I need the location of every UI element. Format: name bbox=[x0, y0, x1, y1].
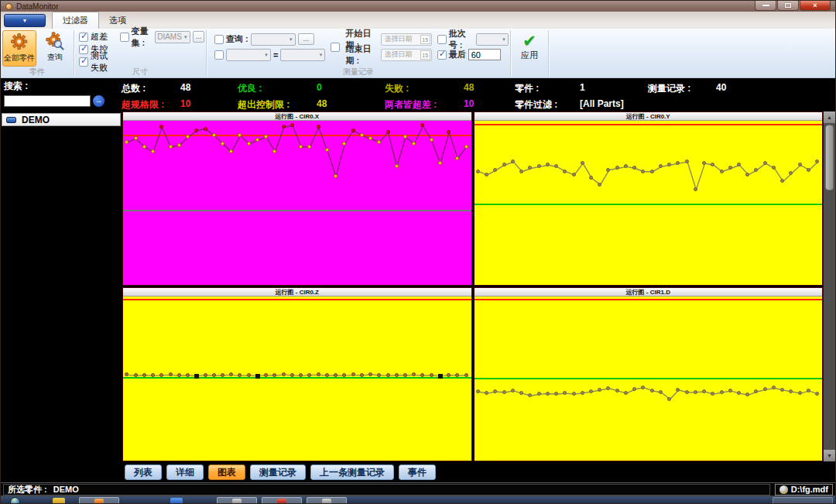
minimize-button[interactable] bbox=[755, 1, 776, 11]
data-point bbox=[447, 373, 451, 377]
tab-chart[interactable]: 图表 bbox=[208, 465, 245, 480]
taskbar-icon[interactable] bbox=[53, 498, 65, 504]
run-chart-cir0y[interactable]: 运行图 - CIR0.Y bbox=[474, 111, 824, 286]
run-chart-polyline bbox=[475, 121, 823, 285]
stat-partfilter-label: 零件过滤 : bbox=[515, 98, 577, 111]
taskbar-app-button[interactable] bbox=[307, 497, 347, 504]
checkbox-last-n[interactable] bbox=[437, 50, 447, 60]
gears-icon bbox=[10, 33, 29, 51]
stat-overspec-label: 超规格限 : bbox=[122, 98, 177, 111]
data-point bbox=[395, 373, 399, 377]
checkbox-out-of-control[interactable] bbox=[79, 45, 88, 54]
data-point bbox=[502, 390, 506, 394]
stat-parts-value: 1 bbox=[580, 82, 585, 95]
checkbox-variable-set[interactable] bbox=[120, 33, 129, 42]
data-point bbox=[325, 373, 329, 377]
chart-plot-area[interactable] bbox=[475, 121, 823, 285]
tab-detail[interactable]: 详细 bbox=[166, 465, 204, 480]
data-point bbox=[177, 143, 181, 147]
last-n-input[interactable]: 60 bbox=[468, 49, 501, 60]
tab-events[interactable]: 事件 bbox=[399, 465, 436, 480]
field-dropdown[interactable]: ▼ bbox=[226, 49, 271, 61]
app-window: DataMonitor × ▼ 过滤器 选项 bbox=[0, 0, 836, 504]
chevron-down-icon: ▼ bbox=[22, 18, 28, 23]
checkbox-query[interactable] bbox=[214, 35, 224, 44]
data-point bbox=[317, 372, 320, 376]
checkbox-field-filter[interactable] bbox=[214, 50, 224, 60]
checkbox-date-range[interactable] bbox=[331, 43, 340, 52]
windows-taskbar bbox=[1, 496, 835, 504]
label-last-n: 最后 bbox=[449, 49, 466, 60]
scrollbar-thumb[interactable] bbox=[825, 125, 834, 190]
checkbox-out-of-tolerance[interactable] bbox=[79, 33, 88, 42]
end-date-input[interactable]: 选择日期15 bbox=[381, 49, 431, 61]
data-point bbox=[476, 170, 480, 173]
part-list-item-demo[interactable]: DEMO bbox=[2, 113, 121, 126]
taskbar-app-button[interactable] bbox=[79, 497, 119, 504]
stat-overcontrol-label: 超出控制限 : bbox=[238, 98, 314, 111]
data-point bbox=[204, 127, 207, 131]
data-point bbox=[325, 148, 329, 152]
value-dropdown[interactable]: ▼ bbox=[280, 49, 325, 61]
taskbar-app-button[interactable] bbox=[217, 497, 257, 504]
tab-previous-measurement-record[interactable]: 上一条测量记录 bbox=[310, 465, 394, 480]
query-dropdown[interactable]: ▼ bbox=[251, 33, 296, 46]
chart-plot-area[interactable] bbox=[475, 297, 823, 461]
label-out-of-tolerance: 超差 bbox=[91, 31, 108, 43]
start-button[interactable] bbox=[10, 497, 20, 504]
search-go-icon[interactable]: → bbox=[93, 95, 104, 107]
search-input[interactable] bbox=[4, 95, 91, 107]
chart-plot-area[interactable] bbox=[123, 297, 471, 461]
checkbox-batch-number[interactable] bbox=[437, 35, 447, 44]
chevron-down-icon: ▼ bbox=[500, 37, 506, 42]
variable-set-more-button[interactable]: ... bbox=[193, 31, 204, 43]
taskbar-app-button[interactable] bbox=[262, 497, 302, 504]
group-label-size: 尺寸 bbox=[74, 67, 206, 77]
maximize-button[interactable] bbox=[777, 1, 799, 11]
tab-measurement-records[interactable]: 测量记录 bbox=[250, 465, 306, 480]
app-menu-button[interactable]: ▼ bbox=[4, 14, 46, 27]
data-point bbox=[650, 170, 654, 173]
query-more-button[interactable]: ... bbox=[298, 33, 314, 45]
data-point bbox=[360, 133, 364, 137]
data-point bbox=[351, 372, 355, 376]
all-parts-button[interactable]: 全部零件 bbox=[2, 30, 36, 67]
ribbon-group-apply: ✔ 应用 bbox=[511, 29, 548, 77]
scroll-up-icon[interactable]: ▲ bbox=[824, 111, 835, 123]
run-chart-cir0z[interactable]: 运行图 - CIR0.Z bbox=[122, 287, 472, 461]
data-point bbox=[351, 129, 355, 132]
status-bar: 所选零件 : DEMO D:\fg.mdf bbox=[1, 482, 835, 496]
data-point bbox=[659, 390, 663, 394]
checkbox-test-failed[interactable] bbox=[79, 57, 88, 67]
label-query: 查询 : bbox=[226, 33, 248, 45]
data-point bbox=[519, 170, 523, 173]
apply-button[interactable]: ✔ 应用 bbox=[511, 29, 548, 61]
start-date-input[interactable]: 选择日期15 bbox=[381, 33, 431, 46]
data-point bbox=[169, 372, 173, 376]
run-chart-cir1d[interactable]: 运行图 - CIR1.D bbox=[474, 287, 824, 461]
data-point bbox=[464, 145, 468, 149]
data-point bbox=[386, 373, 390, 377]
main-area: DEMO 运行图 - CIR0.X 运行图 - CIR0.Y 运行图 - CIR… bbox=[1, 111, 835, 461]
vertical-scrollbar[interactable]: ▲ ▼ bbox=[823, 111, 835, 461]
run-chart-cir0x[interactable]: 运行图 - CIR0.X bbox=[122, 111, 472, 286]
chart-plot-area[interactable] bbox=[123, 121, 471, 285]
data-point bbox=[142, 373, 146, 377]
taskbar-clock[interactable] bbox=[773, 497, 833, 504]
tab-filter[interactable]: 过滤器 bbox=[52, 12, 99, 29]
calendar-icon[interactable]: 15 bbox=[420, 50, 430, 60]
batch-number-dropdown[interactable]: ▼ bbox=[476, 33, 509, 46]
variable-set-dropdown[interactable]: DIAMS▼ bbox=[155, 31, 190, 43]
part-list: DEMO bbox=[1, 111, 122, 461]
scroll-down-icon[interactable]: ▼ bbox=[824, 450, 835, 461]
data-point bbox=[386, 130, 390, 134]
ribbon-group-parts: 全部零件 查询 bbox=[1, 29, 74, 77]
tab-list[interactable]: 列表 bbox=[125, 465, 162, 480]
calendar-icon[interactable]: 15 bbox=[420, 35, 430, 44]
taskbar-icon[interactable] bbox=[170, 498, 183, 504]
query-parts-button[interactable]: 查询 bbox=[38, 30, 72, 67]
data-point bbox=[403, 373, 407, 377]
view-tabs: 列表 详细 图表 测量记录 上一条测量记录 事件 bbox=[1, 461, 835, 482]
close-button[interactable]: × bbox=[800, 1, 831, 11]
scrollbar-track[interactable] bbox=[824, 192, 835, 450]
